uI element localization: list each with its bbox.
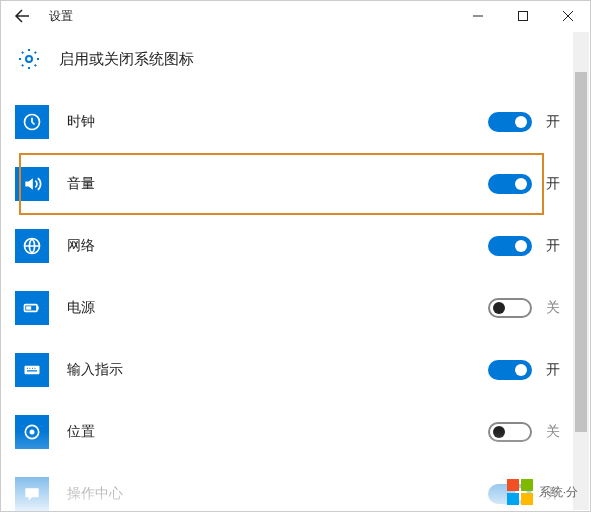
toggle-switch[interactable]	[488, 174, 532, 194]
watermark-text: 系统·分	[539, 484, 578, 501]
window-controls	[455, 1, 590, 31]
toggle-group: 开	[488, 360, 566, 380]
setting-row: 位置关	[15, 401, 574, 463]
page-header: 启用或关闭系统图标	[1, 31, 590, 83]
back-button[interactable]	[1, 1, 43, 31]
setting-row: 网络开	[15, 215, 574, 277]
toggle-state-label: 开	[546, 361, 566, 379]
setting-label: 输入指示	[67, 361, 470, 379]
scrollbar-thumb[interactable]	[575, 72, 587, 432]
svg-point-9	[30, 430, 35, 435]
setting-row: 时钟开	[15, 91, 574, 153]
toggle-thumb	[515, 116, 527, 128]
back-icon	[14, 8, 30, 24]
toggle-group: 关	[488, 422, 566, 442]
minimize-icon	[473, 11, 483, 21]
toggle-group: 开	[488, 174, 566, 194]
toggle-state-label: 关	[546, 299, 566, 317]
action-center-icon	[15, 477, 49, 511]
toggle-group: 开	[488, 236, 566, 256]
svg-rect-7	[25, 366, 40, 374]
window-title: 设置	[49, 8, 73, 25]
setting-row: 电源关	[15, 277, 574, 339]
toggle-switch[interactable]	[488, 360, 532, 380]
setting-row: 操作中心开	[15, 463, 574, 512]
close-button[interactable]	[545, 1, 590, 31]
icon-toggle-list: 时钟开音量开网络开电源关输入指示开位置关操作中心开	[1, 83, 590, 512]
toggle-switch[interactable]	[488, 298, 532, 318]
toggle-state-label: 开	[546, 113, 566, 131]
network-icon	[15, 229, 49, 263]
svg-rect-5	[37, 306, 39, 309]
toggle-thumb	[493, 426, 505, 438]
toggle-thumb	[493, 302, 505, 314]
toggle-state-label: 开	[546, 237, 566, 255]
toggle-thumb	[515, 240, 527, 252]
settings-window: 设置 启用或关闭系统图标 时钟开音量开网络开电源关输入指示开位置关操作中心开	[0, 0, 591, 512]
setting-row: 输入指示开	[15, 339, 574, 401]
toggle-thumb	[515, 364, 527, 376]
svg-rect-0	[518, 12, 527, 21]
setting-row: 音量开	[15, 153, 574, 215]
close-icon	[563, 11, 573, 21]
minimize-button[interactable]	[455, 1, 500, 31]
toggle-group: 开	[488, 112, 566, 132]
svg-rect-6	[26, 306, 31, 309]
watermark: 系统·分	[507, 479, 578, 505]
keyboard-icon	[15, 353, 49, 387]
power-icon	[15, 291, 49, 325]
toggle-thumb	[515, 178, 527, 190]
setting-label: 时钟	[67, 113, 470, 131]
setting-label: 音量	[67, 175, 470, 193]
page-title: 启用或关闭系统图标	[59, 50, 194, 69]
scrollbar-track[interactable]	[573, 32, 589, 510]
gear-icon	[15, 45, 43, 73]
toggle-switch[interactable]	[488, 112, 532, 132]
setting-label: 电源	[67, 299, 470, 317]
maximize-button[interactable]	[500, 1, 545, 31]
setting-label: 位置	[67, 423, 470, 441]
toggle-group: 关	[488, 298, 566, 318]
toggle-state-label: 开	[546, 175, 566, 193]
toggle-switch[interactable]	[488, 236, 532, 256]
setting-label: 操作中心	[67, 485, 470, 503]
title-bar: 设置	[1, 1, 590, 31]
maximize-icon	[518, 11, 528, 21]
toggle-state-label: 关	[546, 423, 566, 441]
location-icon	[15, 415, 49, 449]
setting-label: 网络	[67, 237, 470, 255]
microsoft-logo-icon	[507, 479, 533, 505]
svg-point-1	[26, 56, 32, 62]
clock-icon	[15, 105, 49, 139]
volume-icon	[15, 167, 49, 201]
toggle-switch[interactable]	[488, 422, 532, 442]
